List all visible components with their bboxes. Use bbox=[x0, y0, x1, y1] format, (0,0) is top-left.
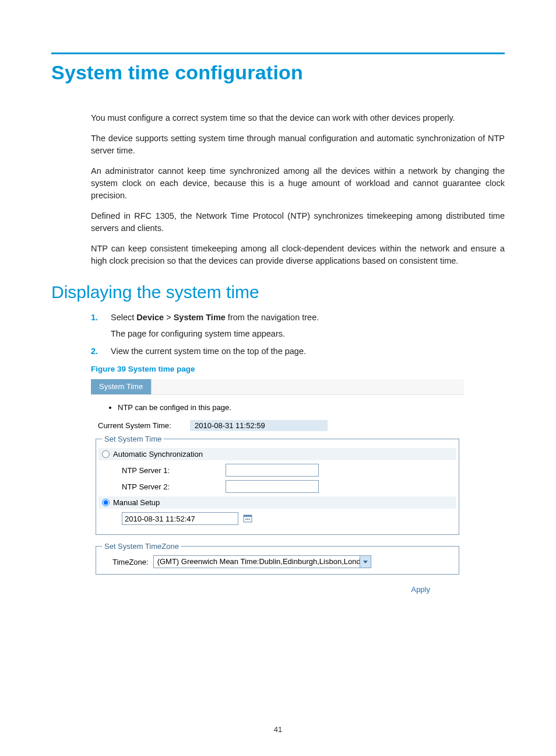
svg-rect-1 bbox=[244, 515, 252, 517]
ntp-server-2-label: NTP Server 2: bbox=[122, 482, 221, 491]
set-timezone-fieldset: Set System TimeZone TimeZone: (GMT) Gree… bbox=[96, 542, 459, 575]
section-heading-displaying: Displaying the system time bbox=[51, 282, 505, 302]
ntp-server-1-input[interactable] bbox=[226, 464, 319, 477]
tab-bar: System Time bbox=[91, 379, 464, 395]
auto-sync-radio[interactable] bbox=[102, 450, 110, 458]
set-system-time-fieldset: Set System Time Automatic Synchronizatio… bbox=[96, 435, 459, 535]
manual-setup-row[interactable]: Manual Setup bbox=[98, 496, 456, 509]
ntp-server-2-input[interactable] bbox=[226, 480, 319, 493]
step-2: View the current system time on the top … bbox=[91, 345, 505, 358]
figure-caption: Figure 39 System time page bbox=[91, 365, 505, 373]
step-1-sub: The page for configuring system time app… bbox=[111, 328, 505, 341]
apply-button[interactable]: Apply bbox=[96, 582, 459, 596]
tab-system-time[interactable]: System Time bbox=[91, 379, 152, 394]
step-1-gt: > bbox=[164, 313, 174, 322]
svg-rect-4 bbox=[249, 519, 250, 520]
step-1: Select Device > System Time from the nav… bbox=[91, 312, 505, 341]
intro-paragraph-1: You must configure a correct system time… bbox=[91, 112, 505, 124]
intro-paragraph-5: NTP can keep consistent timekeeping amon… bbox=[91, 243, 505, 267]
intro-paragraph-3: An administrator cannot keep time synchr… bbox=[91, 165, 505, 202]
intro-paragraph-4: Defined in RFC 1305, the Network Time Pr… bbox=[91, 210, 505, 235]
top-rule bbox=[51, 52, 505, 54]
auto-sync-label: Automatic Synchronization bbox=[113, 450, 203, 459]
timezone-label: TimeZone: bbox=[112, 558, 149, 566]
auto-sync-row[interactable]: Automatic Synchronization bbox=[98, 448, 456, 460]
step-1-text-pre: Select bbox=[111, 313, 136, 322]
ntp-config-note: NTP can be configed in this page. bbox=[118, 403, 459, 412]
set-timezone-legend: Set System TimeZone bbox=[102, 542, 181, 551]
manual-datetime-input[interactable] bbox=[122, 512, 238, 525]
intro-paragraph-2: The device supports setting system time … bbox=[91, 132, 505, 157]
system-time-screenshot: System Time NTP can be configed in this … bbox=[91, 379, 464, 596]
manual-setup-label: Manual Setup bbox=[113, 498, 160, 507]
page-title: System time configuration bbox=[51, 61, 505, 84]
calendar-icon[interactable] bbox=[243, 514, 252, 523]
svg-rect-2 bbox=[245, 519, 247, 520]
timezone-value: (GMT) Greenwich Mean Time:Dublin,Edinbur… bbox=[154, 556, 360, 568]
set-system-time-legend: Set System Time bbox=[102, 435, 164, 443]
chevron-down-icon[interactable] bbox=[360, 556, 371, 568]
current-time-value: 2010-08-31 11:52:59 bbox=[190, 420, 328, 431]
step-1-bold-systemtime: System Time bbox=[174, 313, 226, 322]
step-1-bold-device: Device bbox=[136, 313, 164, 322]
page-number: 41 bbox=[0, 725, 556, 734]
manual-setup-radio[interactable] bbox=[102, 499, 110, 506]
svg-rect-3 bbox=[247, 519, 248, 520]
current-time-label: Current System Time: bbox=[98, 421, 190, 430]
svg-marker-5 bbox=[363, 561, 368, 564]
timezone-select[interactable]: (GMT) Greenwich Mean Time:Dublin,Edinbur… bbox=[153, 555, 371, 568]
ntp-server-1-label: NTP Server 1: bbox=[122, 466, 221, 475]
step-1-text-post: from the navigation tree. bbox=[226, 313, 319, 322]
